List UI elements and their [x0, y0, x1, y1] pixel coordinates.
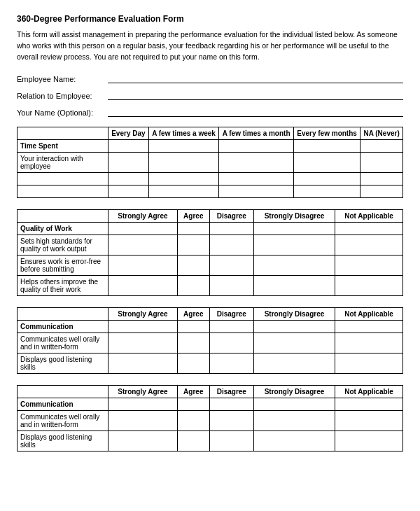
cell[interactable]: [209, 223, 253, 235]
table-row: Helps others improve the quality of thei…: [18, 276, 403, 296]
cell[interactable]: [253, 354, 335, 374]
col-strongly-disagree: Strongly Disagree: [253, 386, 335, 398]
row-comm-orally-1: Communicates well orally and in written-…: [18, 333, 108, 354]
cell[interactable]: [177, 235, 209, 255]
cell[interactable]: [335, 354, 403, 374]
col-strongly-disagree: Strongly Disagree: [253, 308, 335, 321]
cell[interactable]: [177, 354, 209, 374]
cell[interactable]: [335, 321, 403, 333]
cell[interactable]: [177, 321, 209, 333]
cell[interactable]: [293, 186, 360, 198]
cell[interactable]: [209, 411, 253, 431]
cell[interactable]: [209, 235, 253, 255]
cell[interactable]: [219, 153, 294, 173]
cell[interactable]: [177, 223, 209, 235]
cell[interactable]: [253, 411, 335, 431]
cell[interactable]: [177, 431, 209, 451]
col-strongly-agree: Strongly Agree: [108, 210, 178, 223]
cell[interactable]: [177, 398, 209, 411]
row-high-standards: Sets high standards for quality of work …: [18, 235, 108, 255]
cell[interactable]: [108, 276, 178, 296]
cell[interactable]: [293, 140, 360, 153]
employee-name-line[interactable]: [108, 72, 403, 83]
cell[interactable]: [253, 235, 335, 255]
cell[interactable]: [177, 255, 209, 276]
cell[interactable]: [209, 276, 253, 296]
cell[interactable]: [335, 235, 403, 255]
cell[interactable]: [177, 411, 209, 431]
col-every-day: Every Day: [108, 127, 149, 140]
cell[interactable]: [253, 431, 335, 451]
communication-table-1: Strongly Agree Agree Disagree Strongly D…: [17, 307, 403, 374]
cell[interactable]: [108, 140, 149, 153]
table-row: Displays good listening skills: [18, 354, 403, 374]
employee-name-label: Employee Name:: [17, 75, 108, 83]
relation-field: Relation to Employee:: [17, 89, 403, 100]
cell[interactable]: [219, 173, 294, 186]
cell[interactable]: [108, 153, 149, 173]
cell[interactable]: [108, 223, 178, 235]
cell[interactable]: [209, 255, 253, 276]
cell[interactable]: [108, 173, 149, 186]
cell[interactable]: [293, 173, 360, 186]
cell[interactable]: [209, 333, 253, 354]
cell[interactable]: [108, 398, 178, 411]
cell[interactable]: [148, 186, 219, 198]
cell[interactable]: [335, 223, 403, 235]
quality-section: Strongly Agree Agree Disagree Strongly D…: [17, 209, 403, 296]
cell[interactable]: [335, 411, 403, 431]
cell[interactable]: [108, 186, 149, 198]
cell[interactable]: [360, 186, 403, 198]
cell[interactable]: [360, 140, 403, 153]
cell[interactable]: [108, 235, 178, 255]
cell[interactable]: [209, 431, 253, 451]
your-name-field: Your Name (Optional):: [17, 106, 403, 117]
cell[interactable]: [209, 321, 253, 333]
cell[interactable]: [108, 321, 178, 333]
cell[interactable]: [148, 153, 219, 173]
cell[interactable]: [219, 186, 294, 198]
time-spent-table: Every Day A few times a week A few times…: [17, 127, 403, 198]
cell[interactable]: [335, 431, 403, 451]
cell[interactable]: [177, 276, 209, 296]
row-error-free: Ensures work is error-free before submit…: [18, 255, 108, 276]
cell[interactable]: [360, 153, 403, 173]
table-row: Ensures work is error-free before submit…: [18, 255, 403, 276]
cell[interactable]: [335, 333, 403, 354]
communication-table-2: Strongly Agree Agree Disagree Strongly D…: [17, 385, 403, 451]
col-few-times-month: A few times a month: [219, 127, 294, 140]
row-interaction: Your interaction with employee: [18, 153, 108, 173]
relation-line[interactable]: [108, 89, 403, 100]
table-row: [18, 186, 403, 198]
cell[interactable]: [108, 431, 178, 451]
cell[interactable]: [293, 153, 360, 173]
cell[interactable]: [108, 354, 178, 374]
col-few-months: Every few months: [293, 127, 360, 140]
comm2-label: Communication: [18, 398, 108, 411]
col-not-applicable: Not Applicable: [335, 210, 403, 223]
cell[interactable]: [335, 398, 403, 411]
cell[interactable]: [360, 173, 403, 186]
cell[interactable]: [209, 398, 253, 411]
col-not-applicable: Not Applicable: [335, 386, 403, 398]
cell[interactable]: [253, 255, 335, 276]
cell[interactable]: [253, 398, 335, 411]
cell[interactable]: [253, 276, 335, 296]
cell[interactable]: [148, 140, 219, 153]
cell[interactable]: [253, 223, 335, 235]
your-name-label: Your Name (Optional):: [17, 108, 108, 117]
row-empty-2: [18, 186, 108, 198]
cell[interactable]: [148, 173, 219, 186]
cell[interactable]: [253, 321, 335, 333]
cell[interactable]: [177, 333, 209, 354]
cell[interactable]: [108, 333, 178, 354]
cell[interactable]: [219, 140, 294, 153]
cell[interactable]: [335, 276, 403, 296]
cell[interactable]: [335, 255, 403, 276]
cell[interactable]: [108, 411, 178, 431]
row-listening-2: Displays good listening skills: [18, 431, 108, 451]
cell[interactable]: [253, 333, 335, 354]
cell[interactable]: [209, 354, 253, 374]
your-name-line[interactable]: [108, 106, 403, 117]
cell[interactable]: [108, 255, 178, 276]
